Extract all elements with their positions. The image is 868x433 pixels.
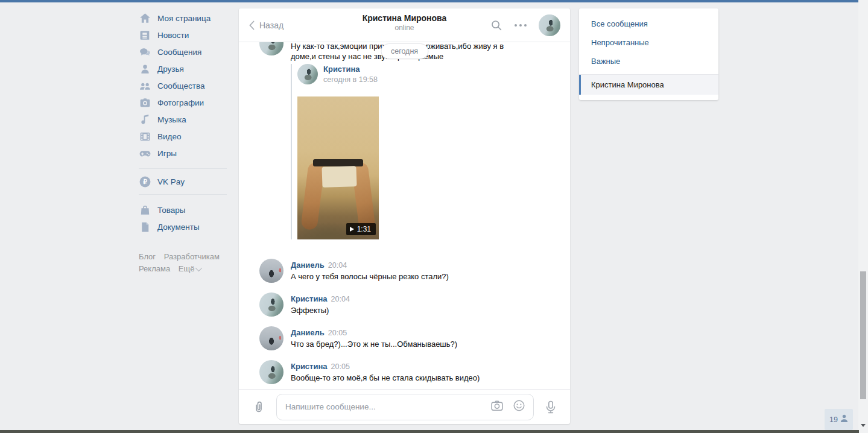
message-input-wrap — [276, 394, 534, 420]
sidebar-item-music[interactable]: Музыка — [139, 111, 240, 128]
author-link[interactable]: Даниель — [291, 261, 325, 270]
message-time: 20:05 — [331, 362, 350, 371]
menu-item-important[interactable]: Важные — [579, 52, 718, 71]
video-duration-badge: 1:31 — [346, 223, 376, 235]
message-time: 20:04 — [331, 295, 350, 303]
message-time: 20:05 — [328, 329, 347, 337]
messages-icon — [139, 46, 151, 58]
sidebar-item-label: Сообщества — [157, 81, 204, 90]
page-bottom-edge — [0, 430, 859, 433]
sidebar-item-label: Моя страница — [157, 14, 211, 23]
message-row: Кристина20:05 Вообще-то это моё,я бы не … — [259, 360, 558, 384]
author-link[interactable]: Кристина — [291, 362, 328, 371]
author-link[interactable]: Кристина — [291, 294, 328, 303]
sidebar-item-label: Видео — [157, 132, 181, 141]
sidebar-item-my-page[interactable]: Моя страница — [139, 10, 240, 27]
page-scrollbar — [858, 0, 868, 433]
chat-panel: Назад Кристина Миронова online сегодня Н… — [239, 8, 570, 424]
sidebar-item-vk-pay[interactable]: ₽ VK Pay — [139, 173, 240, 190]
sidebar-divider — [139, 168, 227, 169]
left-sidebar: Моя страница Новости Сообщения Друзья Со… — [139, 10, 240, 275]
message-text: А чего у тебя волосы чёрные резко стали?… — [291, 271, 449, 282]
chevron-down-icon — [195, 265, 202, 271]
author-link[interactable]: Кристина — [323, 65, 378, 74]
person-icon — [840, 414, 848, 425]
sidebar-item-label: Игры — [157, 149, 177, 158]
documents-icon — [139, 221, 151, 233]
online-count: 19 — [829, 416, 838, 424]
play-icon — [350, 227, 354, 232]
sidebar-item-messages[interactable]: Сообщения — [139, 43, 240, 60]
back-button[interactable]: Назад — [249, 21, 284, 30]
video-attachment[interactable]: 1:31 — [297, 96, 379, 239]
message-composer — [239, 389, 570, 424]
message-row: Даниель20:04 А чего у тебя волосы чёрные… — [259, 259, 558, 283]
sidebar-item-documents[interactable]: Документы — [139, 218, 240, 235]
sidebar-item-label: Документы — [157, 223, 200, 232]
messages-area: сегодня Ну как-то так,эмоции приходится … — [239, 42, 570, 389]
scrollbar-thumb[interactable] — [860, 271, 866, 399]
sidebar-item-friends[interactable]: Друзья — [139, 60, 240, 77]
goods-icon — [139, 204, 151, 216]
sidebar-divider — [139, 194, 227, 195]
online-friends-badge[interactable]: 19 — [825, 409, 853, 430]
friends-icon — [139, 63, 151, 75]
message-text: Эффекты) — [291, 305, 350, 315]
chevron-left-icon — [249, 21, 255, 30]
chat-avatar[interactable] — [539, 14, 560, 36]
sidebar-item-label: Товары — [157, 206, 185, 215]
chat-header: Назад Кристина Миронова online — [239, 8, 570, 42]
vk-pay-icon: ₽ — [139, 175, 151, 188]
avatar[interactable] — [259, 326, 284, 350]
sidebar-item-games[interactable]: Игры — [139, 145, 240, 162]
footer-link-developers[interactable]: Разработчикам — [164, 252, 220, 261]
sidebar-footer: Блог Разработчикам Реклама Ещё — [139, 251, 240, 275]
avatar[interactable] — [259, 259, 284, 283]
message-input[interactable] — [284, 402, 485, 412]
svg-text:₽: ₽ — [143, 178, 147, 185]
sidebar-item-goods[interactable]: Товары — [139, 201, 240, 218]
scrollbar-down-arrow[interactable] — [861, 424, 866, 427]
message-row: Кристина20:04 Эффекты) — [259, 292, 558, 317]
sidebar-item-news[interactable]: Новости — [139, 27, 240, 43]
attachment-icon[interactable] — [252, 400, 266, 414]
news-icon — [139, 29, 151, 42]
games-icon — [139, 147, 151, 160]
sidebar-item-label: Сообщения — [157, 48, 201, 57]
avatar[interactable] — [297, 64, 318, 84]
message-row: Даниель20:05 Что за бред?)...Это ж не ты… — [259, 326, 558, 350]
sidebar-item-label: Друзья — [157, 65, 184, 74]
photos-icon — [139, 96, 151, 109]
communities-icon — [139, 80, 151, 92]
date-divider-badge: сегодня — [381, 43, 428, 59]
microphone-icon[interactable] — [544, 400, 557, 414]
sidebar-item-label: Музыка — [157, 115, 186, 124]
video-icon — [139, 130, 151, 143]
message-time: 20:04 — [328, 261, 347, 270]
menu-item-all-messages[interactable]: Все сообщения — [579, 14, 718, 33]
message-text: Что за бред?)...Это ж не ты...Обманываеш… — [291, 339, 457, 349]
sidebar-item-label: Новости — [157, 31, 189, 40]
message-time: сегодня в 19:58 — [323, 75, 378, 84]
search-icon[interactable] — [490, 19, 502, 31]
footer-link-ads[interactable]: Реклама — [139, 264, 170, 273]
sidebar-item-video[interactable]: Видео — [139, 128, 240, 145]
avatar[interactable] — [259, 42, 284, 55]
author-link[interactable]: Даниель — [291, 328, 325, 337]
avatar[interactable] — [259, 360, 284, 384]
music-icon — [139, 113, 151, 126]
camera-icon[interactable] — [490, 399, 504, 416]
footer-link-blog[interactable]: Блог — [139, 252, 156, 261]
sidebar-item-communities[interactable]: Сообщества — [139, 77, 240, 94]
avatar[interactable] — [259, 292, 284, 317]
emoji-icon[interactable] — [512, 399, 526, 415]
home-icon — [139, 12, 151, 25]
sidebar-item-label: Фотографии — [157, 98, 204, 107]
more-options-icon[interactable] — [514, 24, 527, 27]
sidebar-item-photos[interactable]: Фотографии — [139, 94, 240, 111]
forwarded-message: Кристина сегодня в 19:58 1:31 — [291, 64, 558, 239]
top-blue-bar — [0, 0, 858, 2]
footer-link-more[interactable]: Ещё — [179, 264, 201, 273]
menu-item-selected-conversation[interactable]: Кристина Миронова — [579, 75, 718, 95]
menu-item-unread[interactable]: Непрочитанные — [579, 33, 718, 52]
